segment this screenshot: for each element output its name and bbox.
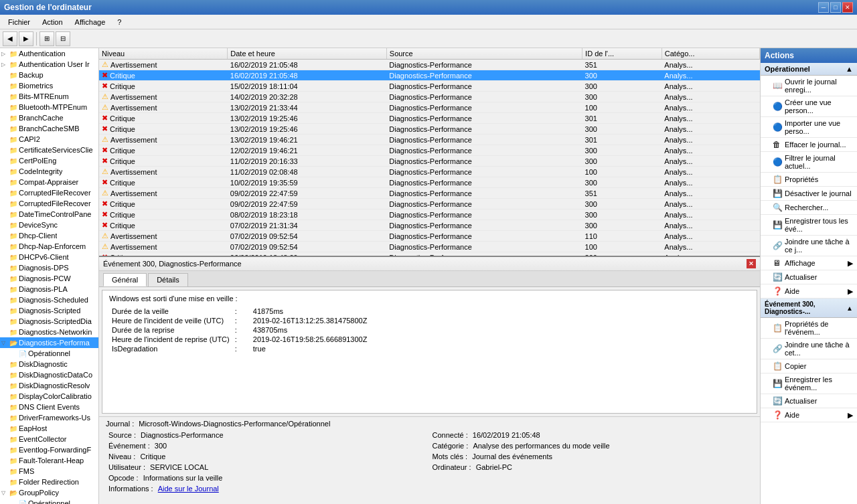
action-filter[interactable]: 🔵 Filtrer le journal actuel... [761, 152, 857, 173]
sidebar-item-branchcachesmb[interactable]: ▷ 📁 BranchCacheSMB [0, 123, 98, 134]
properties-button[interactable]: ⊟ [56, 31, 70, 46]
sidebar-item-displaycolor[interactable]: ▷ 📁 DisplayColorCalibratio [0, 391, 98, 402]
table-row[interactable]: ✖ Critique 16/02/2019 21:05:48 Diagnosti… [99, 70, 760, 81]
sidebar-item-diagperformance[interactable]: ▽ 📂 Diagnostics-Performa [0, 337, 98, 348]
show-tree-button[interactable]: ⊞ [40, 31, 54, 46]
close-button[interactable]: ✕ [842, 2, 853, 13]
sidebar-item-operationnel-2[interactable]: ▷ 📄 Opérationnel [0, 498, 98, 504]
sidebar-item-corruptedfile2[interactable]: ▷ 📁 CorruptedFileRecover [0, 198, 98, 209]
sidebar-item-driverfw[interactable]: ▷ 📁 DriverFrameworks-Us [0, 412, 98, 423]
action-help[interactable]: ❓ Aide ▶ [761, 284, 857, 299]
action-disable[interactable]: 💾 Désactiver le journal [761, 187, 857, 201]
table-row[interactable]: ✖ Critique 09/02/2019 22:47:59 Diagnosti… [99, 199, 760, 209]
detail-close-button[interactable]: ✕ [747, 259, 756, 268]
table-row[interactable]: ✖ Critique 07/02/2019 21:31:34 Diagnosti… [99, 220, 760, 231]
action-event-help[interactable]: ❓ Aide ▶ [761, 408, 857, 422]
sidebar-item-devicesync[interactable]: ▷ 📁 DeviceSync [0, 220, 98, 230]
table-row[interactable]: ✖ Critique 15/02/2019 18:11:04 Diagnosti… [99, 81, 760, 92]
sidebar-item-diskdiagnostic[interactable]: ▷ 📁 DiskDiagnostic [0, 359, 98, 369]
col-id[interactable]: ID de l'... [582, 48, 662, 60]
sidebar-item-dns[interactable]: ▷ 📁 DNS Client Events [0, 402, 98, 412]
sidebar-item-dhcp[interactable]: ▷ 📁 Dhcp-Client [0, 230, 98, 241]
forward-button[interactable]: ▶ [19, 31, 33, 46]
table-row[interactable]: ⚠ Avertissement 13/02/2019 19:46:21 Diag… [99, 135, 760, 145]
action-create-view[interactable]: 🔵 Créer une vue person... [761, 96, 857, 117]
table-row[interactable]: ⚠ Avertissement 07/02/2019 09:52:54 Diag… [99, 231, 760, 242]
sidebar-item-backup[interactable]: ▷ 📁 Backup [0, 70, 98, 80]
table-row[interactable]: ⚠ Avertissement 13/02/2019 21:33:44 Diag… [99, 102, 760, 113]
sidebar-item-operationnel-1[interactable]: ▷ 📄 Opérationnel [0, 348, 98, 359]
sidebar-item-diagscripted[interactable]: ▷ 📁 Diagnosis-Scripted [0, 305, 98, 316]
sidebar-item-compat[interactable]: ▷ 📁 Compat-Appraiser [0, 177, 98, 187]
sidebar-item-fms[interactable]: ▷ 📁 FMS [0, 466, 98, 477]
sidebar-item-corruptedfile1[interactable]: ▷ 📁 CorruptedFileRecover [0, 187, 98, 198]
actions-section-operational[interactable]: Opérationnel ▲ [761, 63, 857, 76]
sidebar-item-certsvcs[interactable]: ▷ 📁 CertificateServicesClie [0, 145, 98, 155]
sidebar-item-diskresolver[interactable]: ▷ 📁 DiskDiagnosticResolv [0, 380, 98, 391]
maximize-button[interactable]: □ [830, 2, 841, 13]
action-import-view[interactable]: 🔵 Importer une vue perso... [761, 117, 857, 138]
action-event-refresh[interactable]: 🔄 Actualiser [761, 394, 857, 408]
minimize-button[interactable]: ─ [818, 2, 829, 13]
table-row[interactable]: ✖ Critique 12/02/2019 19:46:21 Diagnosti… [99, 145, 760, 156]
table-row[interactable]: ✖ Critique 08/02/2019 18:23:18 Diagnosti… [99, 209, 760, 220]
sidebar-item-certpoleng[interactable]: ▷ 📁 CertPolEng [0, 155, 98, 166]
sidebar-item-datetimecontrol[interactable]: ▷ 📁 DateTimeControlPane [0, 209, 98, 220]
sidebar-item-grouppolicy[interactable]: ▽ 📂 GroupPolicy [0, 487, 98, 498]
action-view[interactable]: 🖥 Affichage ▶ [761, 256, 857, 270]
action-event-copy[interactable]: 📋 Copier [761, 359, 857, 373]
table-row[interactable]: ✖ Critique 13/02/2019 19:25:46 Diagnosti… [99, 124, 760, 135]
sidebar-item-diagscripteddia[interactable]: ▷ 📁 Diagnosis-ScriptedDia [0, 316, 98, 327]
sidebar-item-codeintegrity[interactable]: ▷ 📁 CodeIntegrity [0, 166, 98, 177]
sidebar-item-authentication[interactable]: ▷ 📁 Authentication [0, 48, 98, 59]
sidebar-item-diagnetworking[interactable]: ▷ 📁 Diagnostics-Networkin [0, 327, 98, 337]
sidebar-item-folderredir[interactable]: ▷ 📁 Folder Redirection [0, 477, 98, 487]
menu-fichier[interactable]: Fichier [3, 17, 35, 27]
col-date[interactable]: Date et heure [228, 48, 386, 60]
back-button[interactable]: ◀ [3, 31, 17, 46]
action-event-save[interactable]: 💾 Enregistrer les événem... [761, 373, 857, 394]
sidebar-item-capi2[interactable]: ▷ 📁 CAPI2 [0, 134, 98, 145]
table-row[interactable]: ⚠ Avertissement 16/02/2019 21:05:48 Diag… [99, 60, 760, 70]
table-row[interactable]: ⚠ Avertissement 09/02/2019 22:47:59 Diag… [99, 188, 760, 199]
table-row[interactable]: ⚠ Avertissement 07/02/2019 09:52:54 Diag… [99, 242, 760, 252]
col-niveau[interactable]: Niveau [99, 48, 228, 60]
menu-help[interactable]: ? [112, 17, 127, 27]
sidebar-item-diagdps[interactable]: ▷ 📁 Diagnosis-DPS [0, 262, 98, 273]
sidebar-item-biometrics[interactable]: ▷ 📁 Biometrics [0, 80, 98, 91]
actions-section-event[interactable]: Événement 300, Diagnostics-... ▲ [761, 299, 857, 318]
col-source[interactable]: Source [386, 48, 582, 60]
sidebar-item-eventlogfwd[interactable]: ▷ 📁 Eventlog-ForwardingF [0, 444, 98, 455]
tab-general[interactable]: Général [103, 273, 147, 286]
table-row[interactable]: ✖ Critique 13/02/2019 19:25:46 Diagnosti… [99, 113, 760, 124]
action-open-journal[interactable]: 📖 Ouvrir le journal enregi... [761, 76, 857, 96]
sidebar-item-dhcpv6[interactable]: ▷ 📁 DHCPv6-Client [0, 252, 98, 262]
menu-affichage[interactable]: Affichage [70, 17, 111, 27]
sidebar-item-eaphost[interactable]: ▷ 📁 EapHost [0, 423, 98, 434]
sidebar-item-diagscheduled[interactable]: ▷ 📁 Diagnosis-Scheduled [0, 295, 98, 305]
sidebar-item-bluetooth[interactable]: ▷ 📁 Bluetooth-MTPEnum [0, 102, 98, 112]
action-save-all[interactable]: 💾 Enregistrer tous les évé... [761, 215, 857, 236]
sidebar-item-diagpla[interactable]: ▷ 📁 Diagnosis-PLA [0, 284, 98, 295]
table-row[interactable]: ✖ Critique 10/02/2019 19:35:59 Diagnosti… [99, 177, 760, 188]
informations-link[interactable]: Aide sur le Journal [158, 485, 219, 493]
table-row[interactable]: ✖ Critique 11/02/2019 20:16:33 Diagnosti… [99, 156, 760, 167]
tab-details[interactable]: Détails [148, 273, 188, 286]
sidebar-item-bits[interactable]: ▷ 📁 Bits-MTREnum [0, 91, 98, 102]
action-refresh[interactable]: 🔄 Actualiser [761, 270, 857, 284]
action-event-properties[interactable]: 📋 Propriétés de l'événem... [761, 318, 857, 339]
table-row[interactable]: ⚠ Avertissement 11/02/2019 02:08:48 Diag… [99, 167, 760, 177]
sidebar-item-diskdataco[interactable]: ▷ 📁 DiskDiagnosticDataCo [0, 369, 98, 380]
sidebar-item-branchcache[interactable]: ▷ 📁 BranchCache [0, 112, 98, 123]
sidebar-item-auth-user[interactable]: ▷ 📁 Authentication User Ir [0, 59, 98, 70]
sidebar-item-eventcollector[interactable]: ▷ 📁 EventCollector [0, 434, 98, 444]
action-attach-task[interactable]: 🔗 Joindre une tâche à ce j... [761, 236, 857, 256]
table-row[interactable]: ⚠ Avertissement 14/02/2019 20:32:28 Diag… [99, 92, 760, 102]
sidebar-item-dhcpnap[interactable]: ▷ 📁 Dhcp-Nap-Enforcem [0, 241, 98, 252]
action-clear-journal[interactable]: 🗑 Effacer le journal... [761, 138, 857, 152]
action-event-attach[interactable]: 🔗 Joindre une tâche à cet... [761, 339, 857, 359]
col-categorie[interactable]: Catégo... [661, 48, 759, 60]
sidebar-item-diagpcw[interactable]: ▷ 📁 Diagnosis-PCW [0, 273, 98, 284]
action-search[interactable]: 🔍 Rechercher... [761, 201, 857, 215]
action-properties[interactable]: 📋 Propriétés [761, 173, 857, 187]
